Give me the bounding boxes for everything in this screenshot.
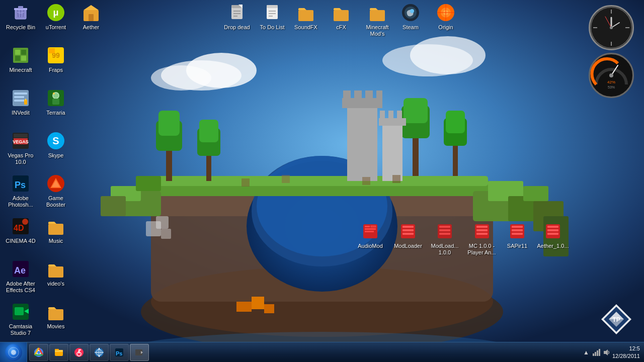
mc100-img — [472, 221, 492, 241]
tray-date: 12/28/2011 — [612, 352, 640, 359]
cinema4d-icon[interactable]: 4D CINEMA 4D — [3, 216, 39, 245]
start-orb[interactable] — [5, 344, 22, 361]
fraps-img: 99 — [46, 45, 66, 65]
taskbar-chrome[interactable] — [29, 344, 48, 361]
svg-rect-74 — [49, 48, 55, 53]
audiomod-icon[interactable]: AudioMod — [352, 221, 388, 250]
skype-icon[interactable]: S Skype — [38, 131, 74, 159]
todolist-img — [262, 3, 282, 23]
minecraftmods-icon[interactable]: Minecraft Mod's — [357, 3, 397, 38]
steam-icon[interactable]: Steam — [392, 3, 429, 31]
svg-rect-145 — [476, 229, 488, 231]
origin-label: Origin — [437, 24, 454, 31]
svg-text:4D: 4D — [14, 224, 24, 232]
svg-rect-186 — [78, 349, 81, 350]
terraria-label: Terraria — [45, 109, 66, 117]
minecraft-img — [11, 45, 31, 65]
aether-desktop-icon[interactable]: Aether — [73, 3, 109, 31]
utorrent-icon[interactable]: μ uTorrent — [38, 3, 74, 31]
gamebooster-icon[interactable]: Game Booster — [38, 173, 74, 209]
tray-network[interactable] — [592, 348, 600, 356]
tray-clock[interactable]: 12:5 12/28/2011 — [612, 345, 640, 359]
svg-rect-61 — [18, 6, 23, 9]
aftereffects-label: Adobe After Effects CS4 — [3, 280, 39, 294]
videos-label: video's — [46, 280, 65, 288]
recycle-bin-icon[interactable]: Recycle Bin — [3, 3, 39, 31]
sapi-icon[interactable]: SAPir11 — [499, 221, 535, 250]
aether10-icon[interactable]: Aether_1.0... — [535, 221, 571, 250]
soundfx-icon[interactable]: SoundFX — [288, 3, 324, 31]
terraria-icon[interactable]: Terraria — [38, 88, 74, 117]
svg-point-124 — [410, 9, 414, 13]
svg-rect-70 — [15, 56, 20, 61]
svg-text:Ae: Ae — [14, 265, 26, 276]
camtasia-icon[interactable]: Camtasia Studio 7 — [3, 302, 39, 337]
svg-rect-146 — [476, 233, 488, 235]
gamebooster-img — [46, 173, 66, 194]
fraps-icon[interactable]: 99 Fraps — [38, 45, 74, 74]
svg-rect-76 — [14, 93, 27, 95]
skype-img: S — [46, 131, 66, 151]
taskbar-browser2[interactable] — [90, 344, 109, 361]
minecraftmods-img — [367, 3, 387, 23]
start-button[interactable] — [0, 342, 27, 363]
invedit-icon[interactable]: INVedit — [3, 88, 39, 117]
vegas-img: VEGAS — [11, 131, 31, 151]
utorrent-img: μ — [46, 3, 66, 23]
svg-rect-134 — [371, 226, 376, 227]
vegas-icon[interactable]: VEGAS Vegas Pro 10.0 — [3, 131, 39, 166]
svg-point-179 — [37, 351, 40, 354]
photoshop-icon[interactable]: Ps Adobe Photosh... — [3, 173, 39, 209]
svg-rect-66 — [89, 14, 94, 21]
svg-rect-136 — [403, 226, 414, 228]
aftereffects-icon[interactable]: Ae Adobe After Effects CS4 — [3, 259, 39, 294]
aether10-img — [543, 221, 563, 241]
svg-rect-103 — [48, 266, 63, 278]
invedit-label: INVedit — [11, 109, 30, 117]
taskbar-tray: ▲ 12:5 12/28/2011 — [578, 342, 644, 362]
svg-point-85 — [53, 93, 55, 95]
svg-rect-150 — [512, 233, 523, 235]
terraria-img — [46, 88, 66, 108]
taskbar-active-window[interactable] — [130, 344, 149, 361]
svg-text:TP: TP — [612, 316, 620, 323]
cinema4d-img: 4D — [11, 216, 31, 236]
svg-rect-132 — [365, 228, 376, 230]
svg-rect-115 — [267, 5, 278, 8]
svg-rect-141 — [439, 229, 450, 231]
steam-label: Steam — [401, 24, 420, 31]
modloader100-icon[interactable]: ModLoad... 1.0.0 — [427, 221, 463, 256]
svg-text:53%: 53% — [608, 85, 615, 89]
skype-label: Skype — [47, 152, 65, 159]
taskbar-explorer[interactable] — [49, 344, 68, 361]
cinema4d-label: CINEMA 4D — [5, 237, 36, 245]
svg-rect-144 — [476, 226, 488, 228]
movies-folder-icon[interactable]: Movies — [38, 302, 74, 330]
minecraftmods-label: Minecraft Mod's — [357, 24, 397, 38]
aether-img — [81, 3, 101, 23]
todolist-icon[interactable]: To Do List — [254, 3, 290, 31]
svg-rect-138 — [403, 233, 414, 235]
minecraft-icon[interactable]: Minecraft — [3, 45, 39, 74]
recycle-bin-label: Recycle Bin — [5, 24, 36, 31]
videos-folder-icon[interactable]: video's — [38, 259, 74, 288]
videos-folder-img — [46, 259, 66, 279]
mc100-icon[interactable]: MC 1.0.0 - Player An... — [463, 221, 501, 256]
svg-rect-142 — [439, 233, 450, 235]
taskbar-itunes[interactable] — [69, 344, 89, 361]
cfx-icon[interactable]: cFX — [323, 3, 359, 31]
tray-time: 12:5 — [612, 345, 640, 352]
svg-text:Ps: Ps — [15, 180, 26, 190]
dropdead-icon[interactable]: Drop dead — [219, 3, 255, 31]
todolist-label: To Do List — [259, 24, 286, 31]
tray-arrow[interactable]: ▲ — [582, 348, 590, 356]
taskbar-photoshop[interactable]: Ps — [110, 344, 129, 361]
modloader-icon[interactable]: ModLoader — [390, 221, 426, 250]
music-folder-icon[interactable]: Music — [38, 216, 74, 245]
svg-rect-121 — [370, 10, 385, 21]
origin-icon[interactable]: Origin — [428, 3, 464, 31]
svg-rect-105 — [15, 307, 24, 315]
photoshop-img: Ps — [11, 173, 31, 194]
tray-volume[interactable] — [602, 348, 610, 356]
svg-text:VEGAS: VEGAS — [13, 139, 29, 144]
